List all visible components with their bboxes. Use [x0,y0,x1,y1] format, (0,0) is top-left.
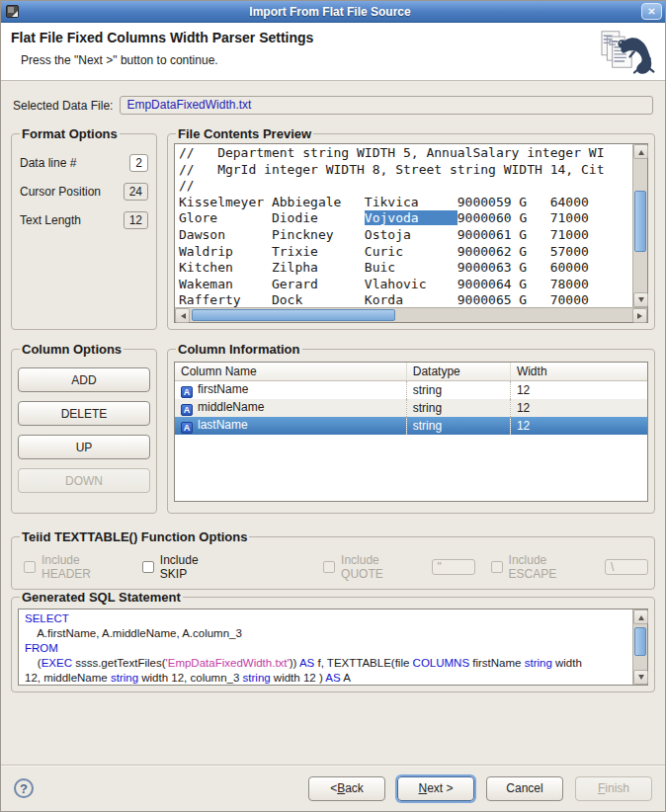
checkbox-value-field: " [432,559,475,575]
button-cancel[interactable]: Cancel [486,776,563,801]
column-name-cell[interactable]: AmiddleName [175,399,406,417]
format-option-input[interactable]: 2 [129,154,148,172]
sql-token: FROM [25,642,58,654]
sql-line: FROM [25,641,626,656]
sql-token: COLUMNS [413,657,470,669]
file-preview-line: Rafferty Dock Korda 9000065 G 70000 [179,292,630,307]
width-cell[interactable]: 12 [510,417,647,435]
sql-vscroll-track[interactable] [633,624,647,670]
sql-token: firstName [469,657,525,669]
column-option-button-up[interactable]: UP [18,435,150,459]
sql-vertical-scrollbar[interactable] [632,609,647,685]
column-information-legend: Column Information [176,342,302,357]
checkbox-item: Include ESCAPE\ [491,553,648,581]
column-name-cell[interactable]: AlastName [175,417,406,435]
column-option-button-add[interactable]: ADD [18,367,150,392]
sql-token: width [552,657,582,669]
flat-file-import-icon [594,30,657,77]
arrow-down-icon [638,297,644,305]
file-preview-segment: // MgrId integer WIDTH 8, Street string … [179,162,604,177]
datatype-cell[interactable]: string [406,399,510,417]
file-preview-segment: Kisselmeyer Abbiegale Tikvica 9000059 G … [179,195,589,209]
checkbox-unchecked-icon [24,561,36,573]
sql-token: )) [290,657,299,669]
sql-vscroll-thumb[interactable] [634,627,646,656]
page-title: Flat File Fixed Columns Width Parser Set… [11,30,313,45]
format-option-label: Data line # [20,156,76,170]
attribute-icon: A [181,386,193,398]
sql-line: SELECT [25,611,626,626]
sql-token: AS [299,657,314,669]
footer-buttons: < BackNext >CancelFinish [308,776,652,801]
column-name-cell[interactable]: AfirstName [175,381,406,400]
table-row[interactable]: AmiddleNamestring12 [175,399,647,417]
close-icon[interactable]: ✕ [641,3,662,20]
sql-line: A.firstName, A.middleName, A.column_3 [25,626,626,641]
column-name-text: lastName [198,418,248,432]
file-preview-segment: Waldrip Trixie Curic 9000062 G 57000 [179,244,589,259]
scroll-right-icon[interactable] [632,308,647,323]
table-column-header[interactable]: Width [510,363,647,381]
window-menu-icon[interactable] [6,5,19,18]
wizard-header-text: Flat File Fixed Columns Width Parser Set… [11,30,313,67]
attribute-icon: A [181,422,193,434]
button-next[interactable]: Next > [397,776,474,801]
sql-scroll-down-icon[interactable] [633,670,648,685]
file-preview-line: Kisselmeyer Abbiegale Tikvica 9000059 G … [179,195,630,211]
format-options-legend: Format Options [20,126,120,141]
sql-token: string [243,672,271,684]
format-options-fields: Data line #2Cursor Position24Text Length… [18,154,150,229]
checkbox-label: Include HEADER [42,553,132,581]
format-option-label: Cursor Position [20,185,101,199]
preview-vertical-scrollbar[interactable] [632,144,647,307]
preview-horizontal-scrollbar[interactable] [175,307,647,322]
sql-token: width 12 ) [271,672,326,684]
width-cell[interactable]: 12 [510,399,647,417]
scroll-up-icon[interactable] [633,144,648,159]
help-icon[interactable]: ? [14,778,34,798]
preview-hscroll-track[interactable] [190,308,632,322]
width-cell[interactable]: 12 [510,381,647,400]
sql-token: string [111,672,138,684]
column-options-group: Column Options ADDDELETEUPDOWN [11,342,157,514]
sql-token: AS [325,672,340,684]
sql-token: width 12, column_3 [138,672,242,684]
selected-file-label: Selected Data File: [13,99,113,113]
titlebar[interactable]: Import From Flat File Source ✕ [1,1,665,23]
scroll-down-icon[interactable] [633,292,648,307]
button-back[interactable]: < Back [308,776,385,801]
file-preview-segment: Dawson Pinckney Ostoja 9000061 G 71000 [179,227,589,242]
sql-scroll-up-icon[interactable] [633,609,648,624]
file-preview-line: Kitchen Zilpha Buic 9000063 G 60000 [179,260,630,277]
table-row[interactable]: AfirstNamestring12 [175,381,647,400]
column-name-text: middleName [198,400,264,414]
checkbox-value-field: \ [605,559,648,575]
file-preview-text[interactable]: // Department string WIDTH 5, AnnualSala… [175,144,632,307]
window-title: Import From Flat File Source [19,5,641,19]
sql-token: A.firstName, A.middleName, A.column_3 [25,627,242,639]
wizard-header: Flat File Fixed Columns Width Parser Set… [1,23,665,81]
selected-file-field[interactable]: EmpDataFixedWidth.txt [120,96,653,115]
table-column-header[interactable]: Column Name [175,363,406,381]
sql-statement-box: SELECT A.firstName, A.middleName, A.colu… [18,609,648,686]
file-preview-legend: File Contents Preview [176,126,313,141]
datatype-cell[interactable]: string [406,417,510,435]
datatype-cell[interactable]: string [406,381,510,400]
column-option-button-delete[interactable]: DELETE [18,401,150,426]
table-row[interactable]: AlastNamestring12 [175,417,647,435]
sql-statement-text[interactable]: SELECT A.firstName, A.middleName, A.colu… [19,609,632,685]
checkbox-unchecked-icon[interactable] [142,561,154,573]
preview-vscroll-track[interactable] [633,159,647,292]
file-preview-line: Waldrip Trixie Curic 9000062 G 57000 [179,244,630,261]
dialog-body: Selected Data File: EmpDataFixedWidth.tx… [1,96,665,692]
preview-hscroll-thumb[interactable] [192,309,395,321]
preview-vscroll-thumb[interactable] [634,191,646,252]
column-information-table-box: Column NameDatatypeWidth AfirstNamestrin… [174,362,648,502]
sql-line: 12, middleName string width 12, column_3… [25,671,626,685]
file-preview-line: Glore Diodie Vojvoda 9000060 G 71000 [179,210,630,227]
format-option-input[interactable]: 12 [124,211,148,229]
scroll-left-icon[interactable] [175,308,190,323]
table-column-header[interactable]: Datatype [406,363,510,381]
file-preview-segment: 9000060 G 71000 [458,210,589,225]
format-option-input[interactable]: 24 [124,183,148,201]
